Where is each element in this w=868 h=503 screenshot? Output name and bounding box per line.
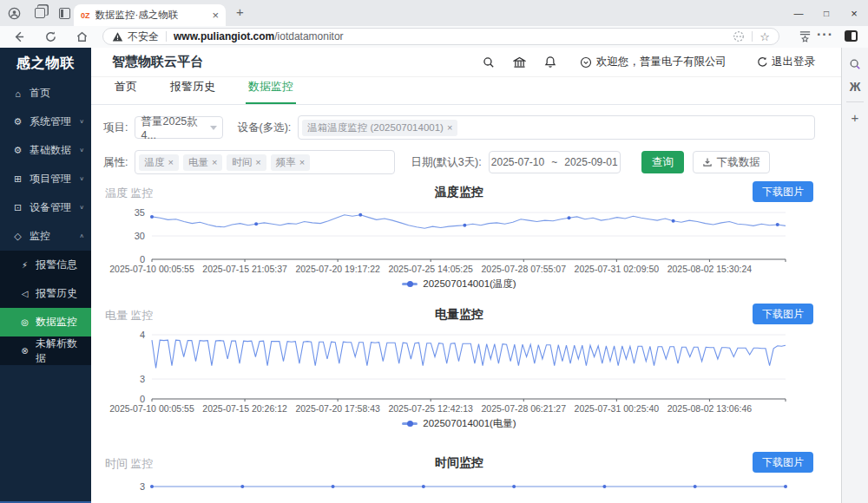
x-axis-labels: 2025-07-10 00:05:552025-07-15 21:05:3720… — [103, 264, 815, 275]
refresh-icon[interactable] — [43, 29, 58, 44]
close-button[interactable]: × — [840, 0, 868, 26]
legend-line-icon — [402, 422, 418, 425]
home-icon[interactable] — [75, 29, 89, 44]
attribute-multiselect[interactable]: 温度× 电量× 时间× 频率× — [135, 150, 395, 174]
browser-tab-strip: 0Z 数据监控·感之物联 × + — □ × — [0, 0, 868, 26]
minimize-button[interactable]: — — [785, 0, 812, 26]
add-sidebar-item-icon[interactable]: + — [842, 106, 868, 128]
sidebar-item-unparsed-data[interactable]: ⊗ 未解析数据 — [0, 336, 91, 365]
security-label: 不安全 — [128, 29, 159, 44]
chart-title: 电量监控 — [103, 307, 815, 323]
x-axis-labels: 2025-07-10 00:05:552025-07-15 20:26:1220… — [103, 403, 815, 415]
project-label: 项目: — [103, 121, 128, 135]
device-multiselect[interactable]: 温箱温度监控 (202507014001) × — [298, 115, 815, 140]
account-menu[interactable]: 欢迎您，普量电子有限公司 — [580, 55, 727, 69]
download-image-button[interactable]: 下载图片 — [753, 452, 813, 473]
back-icon[interactable] — [11, 29, 26, 44]
remove-tag-icon[interactable]: × — [255, 157, 260, 167]
legend-line-icon — [402, 283, 418, 285]
chart-legend[interactable]: 202507014001(电量) — [103, 417, 815, 429]
x-axis-tick: 2025-07-15 20:26:12 — [202, 403, 287, 414]
browser-profile-icon[interactable] — [7, 6, 21, 20]
sidebar-item-alarm-history[interactable]: ◁ 报警历史 — [0, 279, 91, 308]
shield-x-icon: ⊗ — [19, 346, 30, 356]
x-axis-tick: 2025-07-31 02:09:50 — [575, 264, 660, 274]
date-start: 2025-07-10 — [491, 156, 544, 168]
download-image-button[interactable]: 下载图片 — [753, 181, 813, 202]
chevron-up-icon: ∧ — [79, 233, 84, 239]
download-icon — [702, 157, 713, 167]
download-data-button[interactable]: 下载数据 — [693, 151, 770, 173]
time-plot[interactable]: 32.5 — [152, 480, 786, 503]
tab-close-icon[interactable]: × — [212, 9, 219, 22]
date-label: 日期(默认3天): — [411, 155, 481, 170]
attribute-label: 属性: — [103, 155, 128, 170]
query-button[interactable]: 查询 — [641, 151, 684, 173]
filter-row-project: 项目: 普量2025款4... 设备(多选): 温箱温度监控 (20250701… — [103, 115, 815, 140]
date-range-input[interactable]: 2025-07-10 ~ 2025-09-01 — [489, 151, 621, 173]
x-axis-tick: 2025-07-28 06:21:27 — [482, 403, 567, 414]
sidebar-item-home[interactable]: ⌂ 首页 — [0, 79, 91, 108]
maximize-button[interactable]: □ — [812, 0, 840, 26]
bell-icon[interactable] — [544, 56, 556, 69]
logout-icon — [757, 56, 768, 68]
monitoring-submenu: ⚡ 报警信息 ◁ 报警历史 ◎ 数据监控 ⊗ 未解析数据 — [0, 251, 91, 365]
sidebar-item-alarm-info[interactable]: ⚡ 报警信息 — [0, 251, 91, 279]
tab-title: 数据监控·感之物联 — [95, 9, 207, 22]
sidebar-toggle-icon[interactable] — [845, 30, 858, 42]
x-axis-tick: 2025-07-15 21:05:37 — [202, 264, 287, 274]
remove-tag-icon[interactable]: × — [447, 122, 452, 133]
sidebar-item-system-mgmt[interactable]: ⚙ 系统管理 ∨ — [0, 108, 91, 136]
battery-plot[interactable]: 430 — [152, 331, 786, 402]
x-axis-tick: 2025-08-02 13:06:46 — [667, 403, 753, 414]
speaker-icon: ◁ — [19, 289, 30, 298]
url-domain: www.puliangiot.com — [174, 30, 274, 42]
grid-icon: ⊞ — [12, 173, 23, 185]
remove-tag-icon[interactable]: × — [299, 157, 305, 167]
favorite-star-icon[interactable]: ☆ — [760, 30, 770, 43]
x-axis-tick: 2025-07-25 14:05:25 — [388, 264, 473, 274]
not-secure-warning-icon — [112, 31, 123, 42]
battery-chart-section: 电量 监控 电量监控 下载图片 430 2025-07-10 00:05:552… — [103, 304, 815, 429]
sidebar-item-basic-data[interactable]: ⚙ 基础数据 ∨ — [0, 136, 91, 165]
main-area: 智慧物联云平台 欢迎您，普量电子有限公司 退出登录 首页 报警历史 数据监控 项… — [91, 48, 841, 503]
temperature-plot[interactable]: 35300 — [152, 209, 786, 263]
new-tab-button[interactable]: + — [236, 4, 244, 19]
tab-home[interactable]: 首页 — [112, 79, 140, 104]
project-select[interactable]: 普量2025款4... — [135, 116, 223, 139]
download-image-button[interactable]: 下载图片 — [753, 304, 813, 324]
account-circle-icon — [580, 56, 592, 69]
tracking-prevention-icon[interactable] — [733, 30, 745, 42]
sidebar-item-data-monitoring[interactable]: ◎ 数据监控 — [0, 308, 91, 336]
x-axis-tick: 2025-07-20 19:17:22 — [295, 264, 380, 274]
chevron-down-icon: ∨ — [79, 176, 84, 182]
search-icon[interactable] — [483, 56, 495, 69]
chevron-down-icon: ∨ — [79, 119, 84, 125]
tab-data-monitoring[interactable]: 数据监控 — [246, 79, 296, 104]
chart-legend[interactable]: 202507014001(温度) — [103, 278, 815, 290]
organization-icon[interactable] — [513, 56, 526, 69]
translate-extension-icon[interactable]: Ж — [842, 75, 868, 98]
edge-sidebar-strip: Ж + — [841, 48, 868, 503]
lightning-icon: ⚡ — [19, 260, 30, 270]
sidebar-search-icon[interactable] — [842, 53, 868, 75]
tab-groups-icon[interactable] — [33, 6, 47, 20]
url-bar[interactable]: 不安全 www.puliangiot.com/iotdatamonitor ☆ — [102, 28, 779, 45]
x-axis-tick: 2025-07-28 07:55:07 — [482, 264, 567, 274]
attr-tag: 温度× — [139, 154, 178, 171]
tab-alarm-history[interactable]: 报警历史 — [168, 79, 218, 104]
home-icon: ⌂ — [12, 88, 23, 99]
collections-icon[interactable] — [799, 29, 812, 42]
sidebar-item-project-mgmt[interactable]: ⊞ 项目管理 ∨ — [0, 165, 91, 193]
attr-tag: 时间× — [227, 154, 266, 171]
y-axis-tick: 3 — [100, 374, 145, 384]
sidebar-item-monitoring[interactable]: ◇ 监控 ∧ — [0, 222, 91, 251]
logout-button[interactable]: 退出登录 — [757, 55, 815, 69]
app-logo: 感之物联 — [0, 48, 91, 79]
more-menu-icon[interactable]: ··· — [817, 27, 833, 42]
remove-tag-icon[interactable]: × — [212, 157, 217, 167]
remove-tag-icon[interactable]: × — [168, 157, 173, 167]
vertical-tabs-icon[interactable] — [57, 6, 71, 20]
browser-tab[interactable]: 0Z 数据监控·感之物联 × — [74, 4, 226, 26]
sidebar-item-device-mgmt[interactable]: ⊡ 设备管理 ∨ — [0, 193, 91, 222]
